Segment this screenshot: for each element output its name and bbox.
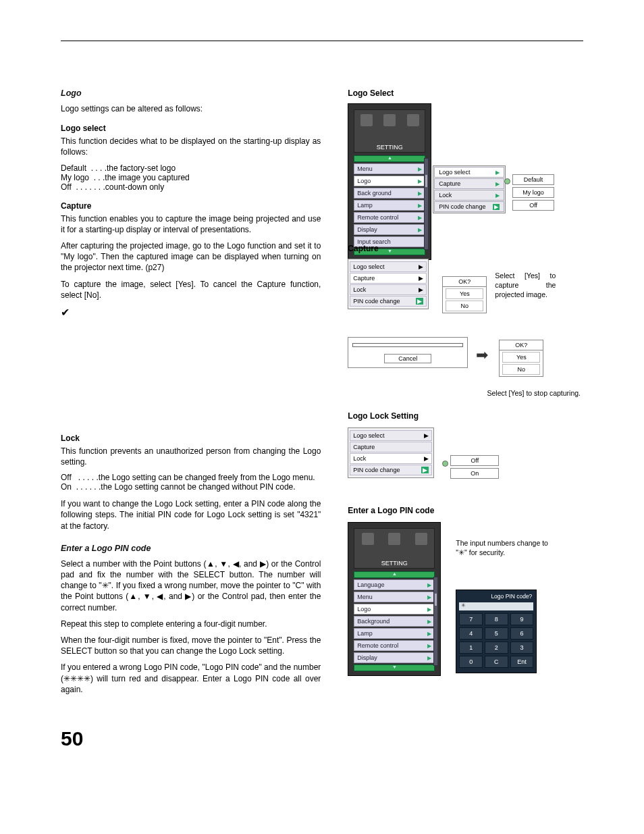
menu-item[interactable]: Display▶ <box>354 224 425 235</box>
key-button[interactable]: 2 <box>485 642 508 654</box>
yes-button[interactable]: Yes <box>502 352 540 363</box>
left-column: Logo Logo settings can be altered as fol… <box>61 88 321 700</box>
setting-thumb: SETTING <box>354 109 425 153</box>
ok-dialog-2: OK? Yes No <box>499 340 543 377</box>
submenu-item[interactable]: Lock▶ <box>350 453 432 464</box>
fig-lock-label: Logo Lock Setting <box>348 411 583 421</box>
no-button[interactable]: No <box>446 301 483 311</box>
pin-p2: Repeat this step to complete entering a … <box>61 619 321 629</box>
submenu-item[interactable]: PIN code change▶ <box>350 296 427 307</box>
setting-panel-2: SETTING Language▶ Menu▶ Logo▶ Background… <box>348 522 441 676</box>
top-rule <box>61 41 583 41</box>
keypad-title: Logo PIN code? <box>459 593 533 601</box>
option-item[interactable]: Off <box>512 200 554 211</box>
logo-options: Default My logo Off <box>512 172 554 213</box>
ls-def-1: the image you captured <box>105 173 321 182</box>
submenu-item[interactable]: PIN code change▶ <box>434 201 504 212</box>
scroll-down-icon[interactable] <box>354 664 435 671</box>
logo-select-list: Default . . . .the factory-set logo My l… <box>61 163 321 192</box>
key-button[interactable]: 3 <box>510 642 534 654</box>
radio-icon[interactable] <box>442 461 448 467</box>
scroll-up-icon[interactable] <box>354 155 425 162</box>
lock-desc: This function prevents an unauthorized p… <box>61 446 321 467</box>
option-item[interactable]: Default <box>512 174 554 185</box>
menu-item[interactable]: Lamp▶ <box>354 628 435 639</box>
key-button[interactable]: 7 <box>459 613 483 625</box>
option-item[interactable]: On <box>450 468 499 479</box>
menu-item[interactable]: Background▶ <box>354 616 435 627</box>
submenu-item[interactable]: Capture <box>350 442 432 452</box>
key-button[interactable]: C <box>485 656 508 668</box>
no-button[interactable]: No <box>502 364 540 375</box>
submenu-item[interactable]: Capture▶ <box>434 178 504 189</box>
submenu-item[interactable]: Lock▶ <box>434 190 504 201</box>
key-button[interactable]: 8 <box>485 613 508 625</box>
progress-bar <box>352 343 463 347</box>
lock-options: Off On <box>450 453 499 481</box>
submenu-item[interactable]: Capture▶ <box>350 273 427 284</box>
capture-heading: Capture <box>61 201 321 211</box>
menu-item[interactable]: Logo▶ <box>354 604 435 615</box>
key-button[interactable]: 0 <box>459 656 483 668</box>
scrollbar[interactable] <box>424 158 429 250</box>
menu-item[interactable]: Lamp▶ <box>354 200 425 211</box>
option-item[interactable]: Off <box>450 455 499 466</box>
setting-panel: SETTING Menu▶ Logo▶ Back ground▶ Lamp▶ R… <box>348 103 431 260</box>
setting-thumb: SETTING <box>354 528 435 569</box>
capture-p1: This function enables you to capture the… <box>61 213 321 235</box>
submenu-item[interactable]: Logo select▶ <box>434 167 504 178</box>
progress-dialog: Cancel <box>348 337 468 368</box>
fig-lock: Logo select▶ Capture Lock▶ PIN code chan… <box>348 427 583 488</box>
option-item[interactable]: My logo <box>512 187 554 198</box>
setting-title: SETTING <box>381 558 408 568</box>
lock-def-1: the Logo setting cannot be changed witho… <box>101 482 321 492</box>
scroll-up-icon[interactable] <box>354 571 435 578</box>
lock-p2: If you want to change the Logo Lock sett… <box>61 498 321 531</box>
key-button[interactable]: 4 <box>459 627 483 640</box>
scrollbar[interactable] <box>433 577 438 666</box>
radio-column <box>442 456 448 471</box>
lock-list: Off . . . . .the Logo setting can be cha… <box>61 473 321 492</box>
menu-item[interactable]: Remote control▶ <box>354 640 435 651</box>
capture-note-2: Select [Yes] to stop capturing. <box>348 388 583 398</box>
menu-item[interactable]: Back ground▶ <box>354 188 425 199</box>
submenu-item[interactable]: Logo select▶ <box>350 430 432 441</box>
ok-label: OK? <box>443 277 486 287</box>
capture-submenu: Logo select▶ Capture▶ Lock▶ PIN code cha… <box>348 259 429 309</box>
lock-heading: Lock <box>61 434 321 443</box>
pin-keypad: Logo PIN code? ✳ 789 456 123 0CEnt <box>456 590 537 673</box>
logo-submenu: Logo select▶ Capture▶ Lock▶ PIN code cha… <box>433 165 506 213</box>
key-button[interactable]: 9 <box>510 613 534 625</box>
ls-term-1: My logo . . . <box>61 173 105 182</box>
menu-item[interactable]: Remote control▶ <box>354 212 425 223</box>
logo-heading: Logo <box>61 88 321 98</box>
arrow-right-icon: ➡ <box>476 346 488 364</box>
menu-item[interactable]: Language▶ <box>354 579 435 590</box>
yes-button[interactable]: Yes <box>446 288 483 299</box>
menu-item[interactable]: Menu▶ <box>354 163 425 174</box>
key-button[interactable]: 1 <box>459 642 483 654</box>
logo-intro: Logo settings can be altered as follows: <box>61 103 321 114</box>
menu-item[interactable]: Logo▶ <box>354 176 425 186</box>
cancel-button[interactable]: Cancel <box>384 354 431 363</box>
key-button[interactable]: 5 <box>485 627 508 640</box>
ls-def-2: count-down only <box>105 182 321 192</box>
fig-pin: SETTING Language▶ Menu▶ Logo▶ Background… <box>348 522 583 676</box>
lock-term-1: On . . . . . . <box>61 482 101 492</box>
submenu-item[interactable]: Lock▶ <box>350 284 427 295</box>
menu-item[interactable]: Display▶ <box>354 652 435 663</box>
menu-item[interactable]: Menu▶ <box>354 592 435 602</box>
check-icon: ✔ <box>61 306 321 319</box>
logo-select-heading: Logo select <box>61 124 321 133</box>
submenu-item[interactable]: Logo select▶ <box>350 261 427 272</box>
ok-dialog: OK? Yes No <box>442 276 487 313</box>
ls-term-2: Off . . . . . . . <box>61 182 105 192</box>
capture-p2: After capturing the projected image, go … <box>61 240 321 273</box>
radio-icon[interactable] <box>504 178 510 184</box>
key-button[interactable]: 6 <box>510 627 534 640</box>
submenu-item[interactable]: PIN code change▶ <box>350 465 432 475</box>
capture-p3: To capture the image, select [Yes]. To c… <box>61 279 321 301</box>
fig-logo-select-label: Logo Select <box>348 88 583 98</box>
key-button[interactable]: Ent <box>510 656 534 668</box>
fig-capture-label: Capture <box>348 244 583 253</box>
